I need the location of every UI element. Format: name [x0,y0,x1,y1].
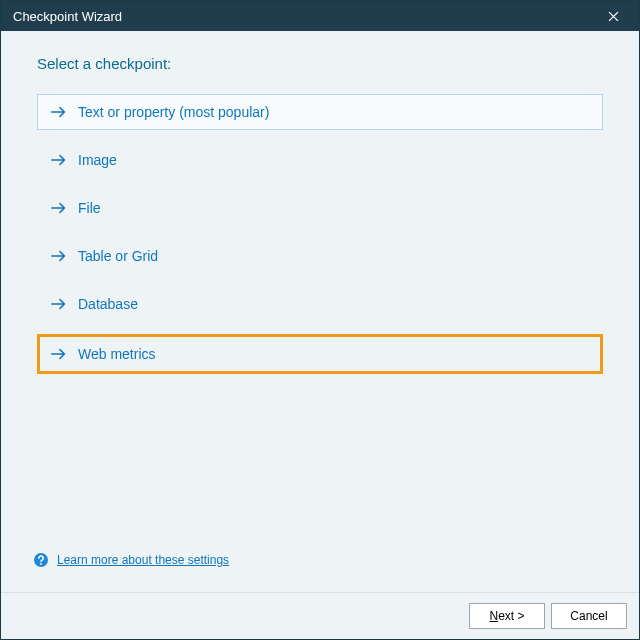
option-table-or-grid[interactable]: Table or Grid [37,238,603,274]
option-web-metrics[interactable]: Web metrics [37,334,603,374]
titlebar: Checkpoint Wizard [1,1,639,31]
cancel-label: Cancel [570,609,607,623]
page-heading: Select a checkpoint: [37,55,603,72]
checkpoint-options: Text or property (most popular) Image Fi… [37,94,603,374]
next-rest: ext > [498,609,524,623]
arrow-right-icon [50,201,68,215]
next-button[interactable]: Next > [469,603,545,629]
arrow-right-icon [50,297,68,311]
wizard-window: Checkpoint Wizard Select a checkpoint: T… [0,0,640,640]
spacer [37,374,603,544]
arrow-right-icon [50,347,68,361]
close-button[interactable] [595,1,631,31]
help-icon [33,552,49,568]
window-title: Checkpoint Wizard [13,9,595,24]
help-link[interactable]: Learn more about these settings [57,553,229,567]
option-label: Image [78,152,117,168]
option-label: Web metrics [78,346,156,362]
arrow-right-icon [50,249,68,263]
arrow-right-icon [50,153,68,167]
option-label: Text or property (most popular) [78,104,269,120]
option-text-or-property[interactable]: Text or property (most popular) [37,94,603,130]
wizard-body: Select a checkpoint: Text or property (m… [1,31,639,592]
arrow-right-icon [50,105,68,119]
wizard-footer: Next > Cancel [1,592,639,639]
option-file[interactable]: File [37,190,603,226]
option-label: File [78,200,101,216]
option-database[interactable]: Database [37,286,603,322]
option-image[interactable]: Image [37,142,603,178]
cancel-button[interactable]: Cancel [551,603,627,629]
option-label: Table or Grid [78,248,158,264]
option-label: Database [78,296,138,312]
close-icon [608,11,619,22]
next-accel: N [489,609,498,623]
svg-point-1 [40,563,42,565]
help-link-row: Learn more about these settings [33,552,603,568]
